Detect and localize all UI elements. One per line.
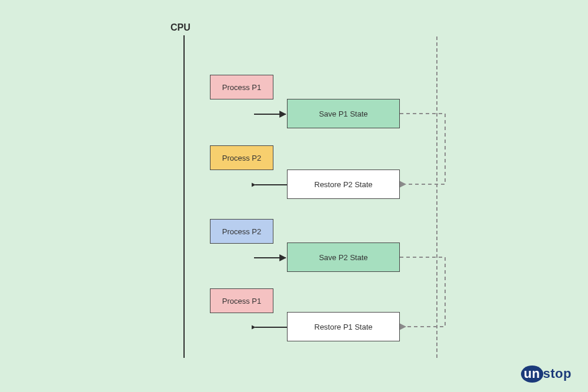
process-p2-blue-box: Process P2 [210, 219, 273, 244]
logo-prefix: un [521, 366, 543, 383]
process-p1-bottom-label: Process P1 [222, 297, 261, 305]
diagram-canvas: CPU Process P1 Save P1 State Process P [0, 0, 588, 392]
process-p1-bottom-box: Process P1 [210, 288, 273, 313]
process-p1-label: Process P1 [222, 83, 261, 92]
dashed-save-p2-to-restore-p1 [400, 255, 453, 331]
logo-suffix: stop [543, 366, 572, 381]
process-p2-blue-label: Process P2 [222, 227, 261, 236]
restore-p1-state-box: Restore P1 State [287, 312, 400, 341]
cpu-timeline [183, 35, 185, 358]
save-p1-state-box: Save P1 State [287, 99, 400, 128]
dashed-save-p1-to-restore-p2 [400, 112, 453, 188]
process-p1-box: Process P1 [210, 75, 273, 99]
unstop-logo: unstop [521, 366, 572, 381]
save-p2-state-box: Save P2 State [287, 242, 400, 272]
restore-p1-state-label: Restore P1 State [315, 323, 373, 331]
cpu-title: CPU [171, 22, 191, 33]
arrow-out-of-restore-p1 [252, 323, 289, 332]
process-p2-yellow-box: Process P2 [210, 145, 273, 170]
save-p1-state-label: Save P1 State [319, 109, 368, 118]
restore-p2-state-box: Restore P2 State [287, 170, 400, 199]
restore-p2-state-label: Restore P2 State [315, 180, 373, 189]
save-p2-state-label: Save P2 State [319, 253, 368, 262]
process-p2-yellow-label: Process P2 [222, 154, 261, 162]
arrow-out-of-restore-p2 [252, 180, 289, 190]
arrow-into-save-p2 [252, 253, 289, 263]
arrow-into-save-p1 [252, 109, 289, 119]
